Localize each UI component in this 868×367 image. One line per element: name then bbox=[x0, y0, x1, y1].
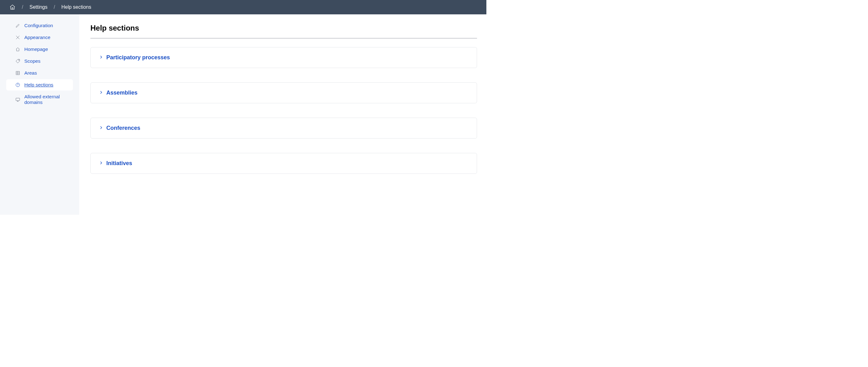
sidebar-item-homepage[interactable]: Homepage bbox=[6, 44, 73, 55]
sidebar-item-label: Help sections bbox=[24, 82, 53, 88]
sidebar-item-label: Appearance bbox=[24, 35, 51, 40]
chevron-right-icon bbox=[99, 161, 103, 166]
home-icon bbox=[9, 4, 16, 10]
chevron-right-icon bbox=[99, 55, 103, 60]
sidebar-item-label: Scopes bbox=[24, 58, 40, 64]
sidebar-item-label: Allowed external domains bbox=[24, 94, 70, 105]
app-root: / Settings / Help sections Configuration… bbox=[0, 0, 486, 215]
page-title: Help sections bbox=[90, 24, 477, 32]
help-section-title: Conferences bbox=[106, 125, 140, 131]
svg-rect-7 bbox=[16, 98, 20, 101]
home-icon bbox=[15, 47, 21, 52]
tag-icon bbox=[15, 58, 21, 64]
help-section-assemblies[interactable]: Assemblies bbox=[90, 82, 477, 103]
sidebar-item-scopes[interactable]: Scopes bbox=[6, 56, 73, 67]
help-section-title: Assemblies bbox=[106, 90, 137, 96]
sidebar-item-allowed-external-domains[interactable]: Allowed external domains bbox=[6, 91, 73, 108]
chevron-right-icon bbox=[99, 125, 103, 131]
breadcrumb: / Settings / Help sections bbox=[0, 0, 486, 15]
breadcrumb-current: Help sections bbox=[61, 4, 91, 10]
sidebar-item-label: Configuration bbox=[24, 23, 53, 28]
monitor-icon bbox=[15, 97, 21, 102]
chevron-right-icon bbox=[99, 90, 103, 96]
question-circle-icon bbox=[15, 82, 21, 88]
sidebar-item-areas[interactable]: Areas bbox=[6, 67, 73, 79]
sidebar-item-appearance[interactable]: Appearance bbox=[6, 32, 73, 43]
breadcrumb-settings[interactable]: Settings bbox=[29, 4, 48, 10]
sidebar-item-label: Homepage bbox=[24, 47, 48, 52]
help-section-conferences[interactable]: Conferences bbox=[90, 118, 477, 139]
breadcrumb-separator: / bbox=[54, 4, 55, 10]
pencil-icon bbox=[15, 23, 21, 28]
help-section-initiatives[interactable]: Initiatives bbox=[90, 153, 477, 174]
sidebar-item-configuration[interactable]: Configuration bbox=[6, 20, 73, 31]
sidebar-item-label: Areas bbox=[24, 70, 37, 76]
sidebar-item-help-sections[interactable]: Help sections bbox=[6, 79, 73, 90]
shell: Configuration Appearance Homepage Scopes bbox=[0, 15, 486, 215]
grid-icon bbox=[15, 70, 21, 76]
content-inner: Help sections Participatory processes As… bbox=[90, 24, 477, 174]
help-section-participatory-processes[interactable]: Participatory processes bbox=[90, 47, 477, 68]
svg-rect-0 bbox=[12, 8, 13, 9]
sidebar: Configuration Appearance Homepage Scopes bbox=[0, 15, 79, 215]
title-divider bbox=[90, 38, 477, 38]
help-section-title: Initiatives bbox=[106, 160, 132, 167]
svg-point-1 bbox=[19, 60, 19, 60]
breadcrumb-separator: / bbox=[22, 4, 23, 10]
breadcrumb-home[interactable] bbox=[9, 4, 16, 10]
tools-icon bbox=[15, 35, 21, 40]
svg-point-6 bbox=[18, 86, 18, 86]
help-section-title: Participatory processes bbox=[106, 54, 170, 61]
main-content: Help sections Participatory processes As… bbox=[79, 15, 486, 215]
